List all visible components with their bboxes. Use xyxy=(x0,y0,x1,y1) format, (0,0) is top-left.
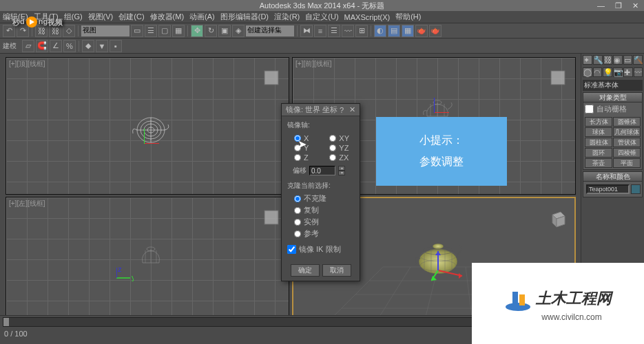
offset-spinner-down[interactable]: ▾ xyxy=(338,171,345,175)
select-button[interactable]: ▭ xyxy=(131,25,143,37)
move-gizmo-top[interactable] xyxy=(144,127,161,144)
lights-tab[interactable]: 💡 xyxy=(603,67,612,77)
mirror-ik-checkbox[interactable] xyxy=(287,245,296,254)
axis-yz-radio[interactable] xyxy=(329,144,336,151)
instance-radio[interactable] xyxy=(294,219,301,226)
axis-zx-radio[interactable] xyxy=(329,154,336,161)
menu-customize[interactable]: 自定义(U) xyxy=(305,12,338,22)
render-frame-button[interactable]: ▦ xyxy=(402,25,414,37)
cylinder-button[interactable]: 圆柱体 xyxy=(585,138,612,147)
viewcube-front[interactable] xyxy=(548,67,568,88)
cone-button[interactable]: 圆锥体 xyxy=(613,117,641,127)
axis-xy-radio[interactable] xyxy=(329,135,336,142)
no-clone-radio[interactable] xyxy=(294,195,301,202)
geometry-tab[interactable]: ◯ xyxy=(583,67,592,77)
name-color-header[interactable]: 名称和颜色 xyxy=(583,172,642,182)
scale-button[interactable]: ▣ xyxy=(218,25,231,37)
reference-radio[interactable] xyxy=(294,230,301,237)
viewcube-left[interactable] xyxy=(261,207,282,228)
create-tab[interactable]: ✦ xyxy=(583,55,592,65)
menu-graph[interactable]: 图形编辑器(D) xyxy=(220,12,269,22)
rotate-button[interactable]: ↻ xyxy=(205,25,217,37)
sub-toolbar-btn1[interactable]: ◆ xyxy=(82,40,94,52)
close-button[interactable]: ✕ xyxy=(627,0,644,11)
sub-toolbar-btn3[interactable]: ▪ xyxy=(110,40,122,52)
modify-tab[interactable]: 🔧 xyxy=(593,55,603,65)
axis-y-radio[interactable] xyxy=(294,144,301,151)
curve-editor-button[interactable]: 〰 xyxy=(342,25,354,37)
menu-rendering[interactable]: 渲染(R) xyxy=(274,12,300,22)
dialog-help-button[interactable]: ? xyxy=(340,106,344,114)
autogrid-checkbox[interactable] xyxy=(585,105,594,114)
offset-spinner-up[interactable]: ▴ xyxy=(338,166,345,171)
shapes-tab[interactable]: ◠ xyxy=(593,67,602,77)
teapot-button[interactable]: 茶壶 xyxy=(585,158,612,168)
menu-animation[interactable]: 动画(A) xyxy=(189,12,215,22)
window-crossing-button[interactable]: ▦ xyxy=(172,25,185,37)
viewport-left[interactable]: [+][左][线框] yz xyxy=(6,197,289,334)
viewcube-persp[interactable] xyxy=(547,208,568,228)
menu-help[interactable]: 帮助(H) xyxy=(395,12,421,22)
menu-create[interactable]: 创建(C) xyxy=(118,12,144,22)
render-prod-button[interactable]: 🫖 xyxy=(429,25,442,37)
select-name-button[interactable]: ☰ xyxy=(145,25,157,37)
teapot-object-left[interactable] xyxy=(130,242,172,270)
cancel-button[interactable]: 取消 xyxy=(322,264,351,277)
viewport-top[interactable]: [+][顶][线框] xyxy=(6,57,289,195)
material-editor-button[interactable]: ◐ xyxy=(374,25,386,37)
pyramid-button[interactable]: 四棱锥 xyxy=(613,148,641,158)
utilities-tab[interactable]: 🔨 xyxy=(633,55,643,65)
axis-z-radio[interactable] xyxy=(294,154,301,161)
plane-button[interactable]: 平面 xyxy=(613,158,641,168)
snap-toggle-button[interactable]: 🧲 xyxy=(36,40,48,52)
viewcube-top[interactable] xyxy=(261,67,282,88)
sub-toolbar-btn2[interactable]: ▼ xyxy=(96,40,108,52)
minimize-button[interactable]: — xyxy=(592,0,610,11)
move-gizmo-front[interactable] xyxy=(434,96,451,113)
helpers-tab[interactable]: ✚ xyxy=(623,67,632,77)
poly-button[interactable]: ▱ xyxy=(22,40,34,52)
layer-button[interactable]: ☰ xyxy=(328,25,340,37)
geosphere-button[interactable]: 几何球体 xyxy=(613,127,641,137)
percent-snap-button[interactable]: % xyxy=(63,40,76,52)
spacewarps-tab[interactable]: 〰 xyxy=(634,67,643,77)
dialog-titlebar[interactable]: 镜像: 世界 坐标 ? ✕ xyxy=(282,104,360,116)
render-setup-button[interactable]: ▤ xyxy=(388,25,400,37)
ref-coord-button[interactable]: ◈ xyxy=(232,25,245,37)
hierarchy-tab[interactable]: ⛓ xyxy=(603,55,613,65)
viewport-label-left[interactable]: [+][左][线框] xyxy=(9,199,45,208)
restore-button[interactable]: ❐ xyxy=(610,0,627,11)
viewport-label-front[interactable]: [+][前][线框] xyxy=(295,59,332,69)
menu-group[interactable]: 组(G) xyxy=(64,12,83,22)
cameras-tab[interactable]: 📷 xyxy=(613,67,623,77)
menu-views[interactable]: 视图(V) xyxy=(88,12,114,22)
motion-tab[interactable]: ◉ xyxy=(613,55,623,65)
bind-button[interactable]: ◇ xyxy=(63,25,75,37)
time-marker[interactable] xyxy=(3,318,9,326)
offset-input[interactable] xyxy=(309,166,335,175)
copy-radio[interactable] xyxy=(294,207,301,214)
object-name-input[interactable] xyxy=(586,184,630,194)
axis-x-radio[interactable] xyxy=(294,135,301,142)
move-gizmo-persp[interactable] xyxy=(431,250,466,284)
torus-button[interactable]: 圆环 xyxy=(585,148,612,158)
selection-filter-dropdown[interactable]: 视图 xyxy=(81,25,129,36)
menu-modifiers[interactable]: 修改器(M) xyxy=(150,12,185,22)
align-button[interactable]: ≡ xyxy=(314,25,326,37)
menu-maxscript[interactable]: MAXScript(X) xyxy=(344,13,391,21)
render-button[interactable]: 🫖 xyxy=(415,25,428,37)
object-color-swatch[interactable] xyxy=(631,184,641,194)
move-button[interactable]: ✥ xyxy=(191,25,203,37)
dialog-close-button[interactable]: ✕ xyxy=(349,105,355,114)
viewport-label-top[interactable]: [+][顶][线框] xyxy=(9,59,45,69)
display-tab[interactable]: ▭ xyxy=(623,55,633,65)
select-region-button[interactable]: ▢ xyxy=(158,25,171,37)
named-selection-dropdown[interactable]: 创建选择集 xyxy=(246,25,294,36)
angle-snap-button[interactable]: ∠ xyxy=(50,40,62,52)
sphere-button[interactable]: 球体 xyxy=(585,127,612,137)
category-dropdown[interactable]: 标准基本体 xyxy=(583,80,643,91)
ok-button[interactable]: 确定 xyxy=(291,264,320,277)
schematic-button[interactable]: ⊞ xyxy=(355,25,368,37)
tube-button[interactable]: 管状体 xyxy=(613,138,641,147)
box-button[interactable]: 长方体 xyxy=(585,117,612,127)
